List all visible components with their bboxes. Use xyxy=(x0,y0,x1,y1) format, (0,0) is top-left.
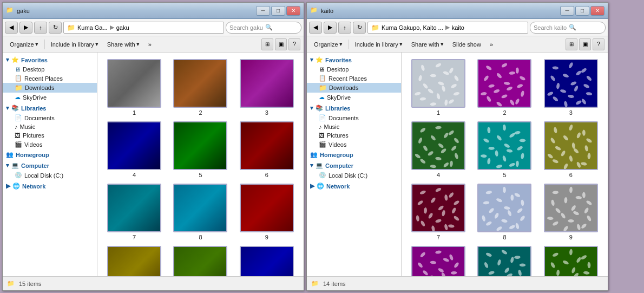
svg-point-95 xyxy=(553,127,557,133)
right-grid-item[interactable]: 12 xyxy=(541,246,601,276)
svg-point-213 xyxy=(562,260,569,265)
left-forward-button[interactable]: ▶ xyxy=(19,22,32,34)
right-sidebar-videos[interactable]: 🎬 Videos xyxy=(307,140,401,149)
right-grid-item[interactable]: 2 xyxy=(474,59,535,116)
left-sidebar-videos[interactable]: 🎬 Videos xyxy=(3,140,97,149)
right-grid-item[interactable]: 6 xyxy=(541,121,601,178)
left-grid-item[interactable]: 6 xyxy=(236,121,297,178)
right-up-button[interactable]: ↑ xyxy=(338,22,351,34)
left-grid-item[interactable]: 8 xyxy=(170,184,231,240)
left-sidebar-recent-places[interactable]: 📋 Recent Places xyxy=(3,74,97,83)
right-sidebar-recent-places[interactable]: 📋 Recent Places xyxy=(307,74,401,83)
right-network-header[interactable]: ▶ 🌐 Network xyxy=(307,181,401,191)
right-minimize-button[interactable]: ─ xyxy=(560,6,574,16)
right-libraries-header[interactable]: ▾ 📚 Libraries xyxy=(307,103,401,113)
right-more-button[interactable]: » xyxy=(486,38,497,50)
left-sidebar-homegroup[interactable]: 👥 Homegroup xyxy=(3,150,97,159)
right-share-with-button[interactable]: Share with ▾ xyxy=(408,38,448,50)
svg-point-194 xyxy=(497,259,502,266)
right-status-count: 14 items xyxy=(323,281,346,287)
left-back-button[interactable]: ◀ xyxy=(5,22,18,34)
right-grid-item[interactable]: 3 xyxy=(541,59,601,116)
left-grid-item[interactable]: 1 xyxy=(104,59,165,116)
left-thumbnail-label: 4 xyxy=(133,172,136,178)
right-toolbar: Organize ▾ Include in library ▾ Share wi… xyxy=(307,36,608,53)
right-sidebar-skydrive[interactable]: ☁ SkyDrive xyxy=(307,93,401,102)
right-sidebar-homegroup[interactable]: 👥 Homegroup xyxy=(307,150,401,159)
left-libraries-label: Libraries xyxy=(21,105,46,112)
left-include-library-button[interactable]: Include in library ▾ xyxy=(47,38,102,50)
right-close-button[interactable]: ✕ xyxy=(590,6,604,16)
right-grid-item[interactable]: 9 xyxy=(541,184,601,240)
left-grid-item[interactable]: 7 xyxy=(104,184,165,240)
right-grid-item[interactable]: 7 xyxy=(408,184,469,240)
right-maximize-button[interactable]: □ xyxy=(575,6,589,16)
left-more-button[interactable]: » xyxy=(144,38,155,50)
right-address-path[interactable]: 📁 Kuma Gakupo, Kaito ... ▶ kaito xyxy=(367,22,528,34)
left-sidebar-music[interactable]: ♪ Music xyxy=(3,122,97,131)
left-grid-item[interactable]: 4 xyxy=(104,121,165,178)
svg-point-11 xyxy=(427,88,434,94)
right-sidebar-documents[interactable]: 📄 Documents xyxy=(307,113,401,122)
left-close-button[interactable]: ✕ xyxy=(286,6,300,16)
right-sidebar-local-disk[interactable]: 💿 Local Disk (C:) xyxy=(307,171,401,180)
left-grid-item[interactable]: 10 xyxy=(104,246,165,276)
left-share-with-button[interactable]: Share with ▾ xyxy=(103,38,143,50)
left-grid-item[interactable]: 11 xyxy=(170,246,231,276)
left-view-list-button[interactable]: ▣ xyxy=(275,38,287,50)
right-help-button[interactable]: ? xyxy=(593,38,604,50)
left-computer-header[interactable]: ▾ 💻 Computer xyxy=(3,160,97,171)
right-back-button[interactable]: ◀ xyxy=(309,22,322,34)
svg-point-57 xyxy=(419,127,426,133)
right-sidebar-downloads[interactable]: 📁 Downloads xyxy=(307,83,401,93)
left-view-grid-button[interactable]: ⊞ xyxy=(261,38,273,50)
left-grid-item[interactable]: 9 xyxy=(236,184,297,240)
left-favorites-header[interactable]: ▾ ⭐ Favorites xyxy=(3,55,97,65)
right-slideshow-button[interactable]: Slide show xyxy=(449,38,485,50)
left-sidebar-downloads[interactable]: 📁 Downloads xyxy=(3,83,97,93)
left-search-box[interactable]: Search gaku 🔍 xyxy=(226,22,301,34)
left-minimize-button[interactable]: ─ xyxy=(256,6,270,16)
right-include-library-button[interactable]: Include in library ▾ xyxy=(351,38,406,50)
right-thumbnail xyxy=(477,59,531,108)
left-grid-item[interactable]: 3 xyxy=(236,59,297,116)
left-grid-item[interactable]: 12 xyxy=(236,246,297,276)
left-address-path[interactable]: 📁 Kuma Ga... ▶ gaku xyxy=(63,22,224,34)
right-computer-header[interactable]: ▾ 💻 Computer xyxy=(307,160,401,171)
right-favorites-header[interactable]: ▾ ⭐ Favorites xyxy=(307,55,401,65)
left-help-button[interactable]: ? xyxy=(288,38,300,50)
left-refresh-button[interactable]: ↻ xyxy=(49,22,62,34)
right-refresh-button[interactable]: ↻ xyxy=(353,22,366,34)
right-view-list-button[interactable]: ▣ xyxy=(579,38,591,50)
right-grid-item[interactable]: 4 xyxy=(408,121,469,178)
right-recent-label: Recent Places xyxy=(328,75,367,82)
right-grid-item[interactable]: 1 xyxy=(408,59,469,116)
right-grid-item[interactable]: 5 xyxy=(474,121,535,178)
left-maximize-button[interactable]: □ xyxy=(271,6,285,16)
right-grid-item[interactable]: 11 xyxy=(474,246,535,276)
right-organize-button[interactable]: Organize ▾ xyxy=(310,38,346,50)
svg-point-117 xyxy=(417,200,424,206)
right-grid-item[interactable]: 10 xyxy=(408,246,469,276)
left-sidebar-skydrive[interactable]: ☁ SkyDrive xyxy=(3,93,97,102)
right-search-box[interactable]: Search kaito 🔍 xyxy=(530,22,606,34)
left-up-button[interactable]: ↑ xyxy=(34,22,47,34)
svg-point-37 xyxy=(509,99,515,106)
svg-point-48 xyxy=(547,91,554,96)
left-organize-button[interactable]: Organize ▾ xyxy=(6,38,42,50)
left-libraries-header[interactable]: ▾ 📚 Libraries xyxy=(3,103,97,113)
right-sidebar-desktop[interactable]: 🖥 Desktop xyxy=(307,65,401,74)
left-grid-item[interactable]: 2 xyxy=(170,59,231,116)
left-sidebar-local-disk[interactable]: 💿 Local Disk (C:) xyxy=(3,171,97,180)
right-view-grid-button[interactable]: ⊞ xyxy=(566,38,577,50)
left-sidebar-documents[interactable]: 📄 Documents xyxy=(3,113,97,122)
left-desktop-label: Desktop xyxy=(23,66,44,73)
right-sidebar-pictures[interactable]: 🖼 Pictures xyxy=(307,131,401,140)
left-grid-item[interactable]: 5 xyxy=(170,121,231,178)
left-network-header[interactable]: ▶ 🌐 Network xyxy=(3,181,97,191)
right-forward-button[interactable]: ▶ xyxy=(324,22,337,34)
left-sidebar-desktop[interactable]: 🖥 Desktop xyxy=(3,65,97,74)
right-sidebar-music[interactable]: ♪ Music xyxy=(307,122,401,131)
left-sidebar-pictures[interactable]: 🖼 Pictures xyxy=(3,131,97,140)
right-grid-item[interactable]: 8 xyxy=(474,184,535,240)
